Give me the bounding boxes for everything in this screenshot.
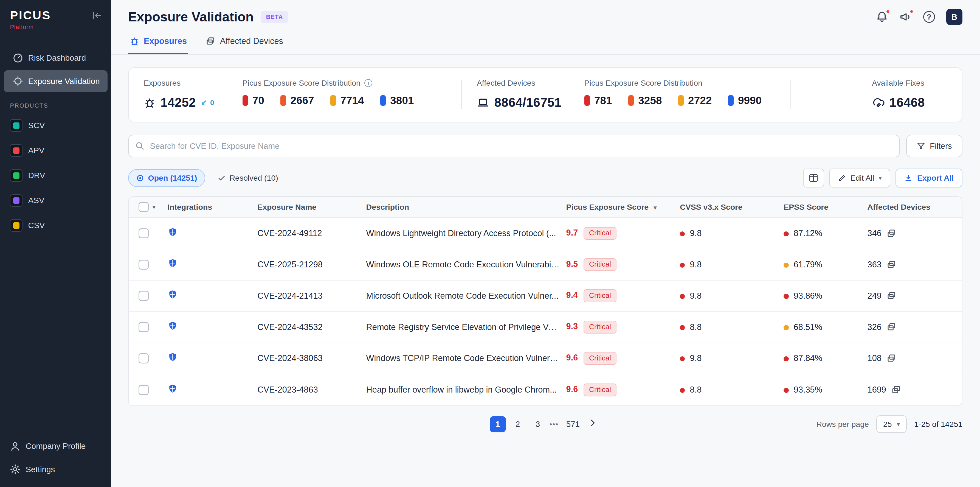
epss-cell: 87.12% [784,228,867,238]
cvss-cell: 9.8 [680,228,784,238]
severity-badge: Critical [584,258,616,271]
dist-medium: 2722 [678,94,712,107]
row-checkbox[interactable] [138,353,148,363]
epss-cell: 87.84% [784,353,867,363]
epss-cell: 93.86% [784,291,867,301]
sidebar-item-asv[interactable]: ASV [0,188,111,213]
row-checkbox[interactable] [138,228,148,238]
main-area: Exposure Validation BETA ? B [111,0,980,487]
row-checkbox[interactable] [138,385,148,395]
severity-badge: Critical [584,321,616,333]
integration-shield-icon [167,352,178,362]
tab-bar: Exposures Affected Devices [111,30,980,54]
content: Exposures 14252 ↙ 0 Picus Exposure Score… [111,55,980,487]
row-checkbox[interactable] [138,260,148,270]
sidebar-item-label: Company Profile [25,441,86,451]
exposure-description: Microsoft Outlook Remote Code Execution … [366,291,566,301]
crosshair-icon [13,76,23,86]
cve-link[interactable]: CVE-2023-4863 [257,385,366,395]
cve-link[interactable]: CVE-2024-38063 [257,353,366,363]
person-icon [10,441,21,452]
cve-link[interactable]: CVE-2025-21298 [257,260,366,270]
sidebar-collapse-icon[interactable] [91,10,103,21]
scv-product-icon [10,119,22,132]
avatar[interactable]: B [946,9,963,25]
exposure-description: Windows TCP/IP Remote Code Execution Vul… [366,353,566,363]
announcements-megaphone-icon[interactable] [899,11,912,23]
score-distribution-label: Picus Exposure Score Distribution i [243,78,461,88]
download-icon [904,174,913,182]
beta-badge: BETA [261,11,288,23]
page-button-2[interactable]: 2 [509,416,526,433]
open-filter-chip[interactable]: Open (14251) [128,169,205,187]
table-row: CVE-2024-38063 Windows TCP/IP Remote Cod… [129,343,962,374]
picus-score-cell: 9.6Critical [566,352,680,364]
rows-per-page-select[interactable]: 25 ▾ [876,415,907,433]
filters-button[interactable]: Filters [906,135,963,157]
sidebar-item-exposure-validation[interactable]: Exposure Validation [4,70,108,92]
sidebar-item-risk-dashboard[interactable]: Risk Dashboard [4,47,108,69]
sidebar-item-scv[interactable]: SCV [0,113,111,138]
csv-product-icon [10,219,22,232]
epss-cell: 68.51% [784,322,867,332]
severity-badge: Critical [584,289,616,302]
exposure-description: Remote Registry Service Elevation of Pri… [366,322,566,332]
integration-shield-icon [167,383,178,394]
sidebar-item-label: SCV [28,121,45,130]
page-button-1[interactable]: 1 [490,416,506,433]
severity-badge: Critical [584,383,616,396]
affected-devices-cell: 249 [867,291,962,300]
chevron-down-icon[interactable]: ▾ [153,203,156,211]
integration-shield-icon [167,227,178,238]
chevron-down-icon: ▾ [897,421,900,428]
divider [791,80,791,109]
pagination-ellipsis: ••• [549,420,558,428]
picus-score-cell: 9.3Critical [566,321,680,333]
edit-all-button[interactable]: Edit All ▾ [829,169,890,187]
cve-link[interactable]: CVE-2024-49112 [257,228,366,238]
sidebar-item-apv[interactable]: APV [0,138,111,163]
exposure-description: Windows OLE Remote Code Execution Vulner… [366,260,566,270]
export-all-button[interactable]: Export All [896,169,963,187]
cve-link[interactable]: CVE-2024-21413 [257,291,366,301]
column-header-picus-score[interactable]: Picus Exposure Score▼ [566,203,680,212]
search-input[interactable] [128,135,900,157]
sidebar-item-drv[interactable]: DRV [0,163,111,188]
epss-cell: 93.35% [784,385,867,395]
app-window: PICUS Platform Risk Dashboard Exposure [0,0,980,487]
available-fixes-count: 16468 [889,96,925,110]
page-button-last[interactable]: 571 [562,416,584,433]
sidebar-item-csv[interactable]: CSV [0,213,111,238]
cve-link[interactable]: CVE-2024-43532 [257,322,366,332]
resolved-filter-chip[interactable]: Resolved (10) [210,170,286,186]
exposure-description: Windows Lightweight Directory Access Pro… [366,228,566,238]
cvss-cell: 9.8 [680,353,784,363]
chevron-down-icon: ▾ [878,174,881,182]
table-row: CVE-2024-43532 Remote Registry Service E… [129,312,962,343]
sidebar-item-company-profile[interactable]: Company Profile [0,434,111,458]
column-settings-button[interactable] [803,169,824,187]
laptop-icon [477,97,490,109]
notifications-bell-icon[interactable] [876,11,888,23]
select-all-checkbox[interactable] [138,202,148,212]
picus-score-cell: 9.5Critical [566,258,680,271]
cvss-cell: 9.8 [680,291,784,301]
sidebar-item-label: DRV [28,171,45,180]
tab-label: Exposures [144,36,187,46]
help-icon[interactable]: ? [923,11,935,23]
row-checkbox[interactable] [138,291,148,300]
sidebar-nav: Risk Dashboard Exposure Validation [0,46,111,93]
devices-icon [886,322,896,332]
dist-low: 9990 [728,94,762,107]
sidebar-item-settings[interactable]: Settings [0,458,111,481]
row-checkbox[interactable] [138,322,148,332]
next-page-chevron-icon[interactable] [587,417,601,431]
page-button-3[interactable]: 3 [530,416,546,433]
info-icon[interactable]: i [364,79,372,87]
stats-card: Exposures 14252 ↙ 0 Picus Exposure Score… [128,67,963,123]
tab-affected-devices[interactable]: Affected Devices [204,30,285,54]
table-header-row: ▾ Integrations Exposure Name Description… [129,197,962,218]
dist-low: 3801 [380,94,414,107]
tab-exposures[interactable]: Exposures [128,30,188,54]
picus-logo: PICUS [10,9,51,22]
